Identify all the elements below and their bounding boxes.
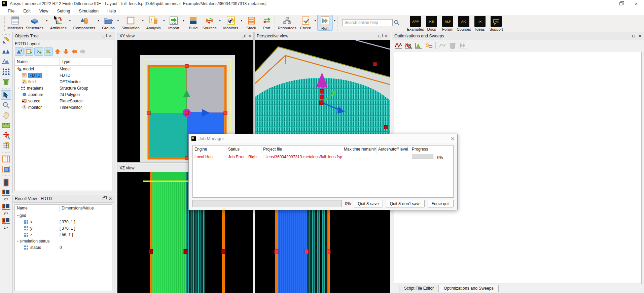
column-type[interactable]: Type [60, 58, 112, 65]
run-button[interactable]: Run [317, 15, 333, 31]
ideas-button[interactable]: IX Ideas [472, 15, 488, 31]
groups-button[interactable]: Groups [101, 15, 116, 30]
zoom-extents-button[interactable] [1, 131, 11, 140]
float-panel-icon[interactable] [103, 35, 105, 37]
mesh-grid-button[interactable] [1, 154, 11, 164]
add-structure-button[interactable] [15, 47, 24, 56]
sources-dropdown[interactable]: ▾ [218, 19, 222, 22]
draw-grid-button[interactable] [1, 141, 11, 150]
close-button[interactable]: ✕ [629, 0, 644, 7]
menu-view[interactable]: View [35, 8, 53, 14]
groups-dropdown[interactable]: ▾ [116, 19, 120, 22]
z-axis-selector[interactable]: z▾ [4, 225, 8, 229]
forum-button[interactable]: ALF Forum [440, 15, 456, 31]
delete-button[interactable] [1, 77, 11, 86]
float-panel-icon[interactable] [242, 35, 245, 37]
move-down-button[interactable] [62, 48, 70, 55]
column-progress[interactable]: Progress [410, 145, 453, 153]
add-analysis-button[interactable] [44, 47, 53, 56]
dialog-close-icon[interactable]: ✕ [451, 136, 455, 141]
close-panel-icon[interactable]: ✕ [638, 34, 642, 38]
float-panel-icon[interactable] [379, 35, 381, 37]
close-panel-icon[interactable]: ✕ [385, 34, 388, 38]
collapse-icon[interactable]: › [15, 239, 20, 243]
float-panel-icon[interactable] [103, 197, 105, 200]
search-button[interactable] [393, 19, 401, 26]
sources-button[interactable]: Sources [201, 15, 218, 30]
job-row-local-host[interactable]: Local Host Job Error - Righ... ...lens/3… [193, 153, 453, 160]
add-s-parameter-button[interactable]: S [425, 42, 433, 49]
attributes-dropdown[interactable]: ▾ [68, 19, 72, 22]
check-dropdown[interactable]: ▾ [313, 19, 317, 22]
close-panel-icon[interactable]: ✕ [248, 34, 251, 38]
result-row-y[interactable]: y [ 370, 1 ] [15, 225, 112, 231]
column-autoshutoff-level[interactable]: Autoshutoff level [377, 145, 410, 153]
structures-button[interactable]: Structures [25, 15, 45, 30]
mirror-button[interactable] [1, 57, 11, 66]
tree-row-source[interactable]: source PlaneSource [15, 98, 112, 104]
check-button[interactable]: Check [298, 15, 313, 30]
edit-sweep-button[interactable] [438, 42, 446, 49]
simulation-dropdown[interactable]: ▾ [141, 19, 145, 22]
quit-and-save-button[interactable]: Quit & save [354, 200, 383, 207]
result-row-grid[interactable]: › grid [15, 212, 112, 219]
column-status[interactable]: Status [226, 145, 261, 153]
search-input[interactable] [342, 19, 393, 26]
column-max-time-remaining[interactable]: Max time remaining [342, 145, 377, 153]
tree-row-metalens[interactable]: › metalens Structure Group [15, 85, 112, 91]
x-normal-view-button[interactable] [1, 188, 11, 197]
import-dropdown[interactable]: ▾ [181, 19, 185, 22]
support-button[interactable]: Support [488, 15, 504, 31]
delete-sweep-button[interactable] [449, 42, 457, 49]
tree-row-aperture[interactable]: aperture 2d Polygon [15, 91, 112, 98]
build-button[interactable]: Build [185, 15, 201, 30]
examples-button[interactable]: APP Examples [407, 15, 424, 31]
menu-help[interactable]: Help [103, 8, 120, 14]
tree-row-fdtd[interactable]: FDTD FDTD [15, 72, 112, 78]
add-optimization-button[interactable] [404, 42, 413, 49]
move-up-button[interactable] [54, 48, 61, 55]
force-quit-button[interactable]: Force quit [428, 200, 454, 207]
column-name[interactable]: Name [15, 58, 60, 65]
components-dropdown[interactable]: ▾ [97, 19, 101, 22]
column-name[interactable]: Name [15, 205, 60, 212]
expand-icon[interactable]: › [17, 86, 20, 91]
tab-script-file-editor[interactable]: Script File Editor [399, 285, 439, 292]
add-yield-analysis-button[interactable] [415, 42, 423, 49]
ruler-button[interactable] [1, 121, 11, 130]
run-sweep-button[interactable] [459, 42, 467, 49]
move-left-button[interactable] [71, 48, 78, 55]
menu-file[interactable]: File [3, 8, 19, 14]
column-engine[interactable]: Engine [193, 145, 226, 153]
monitors-button[interactable]: Monitors [222, 15, 240, 30]
attributes-button[interactable]: Attributes [49, 15, 68, 30]
resources-button[interactable]: Resources [277, 15, 298, 30]
z-normal-view-button[interactable] [1, 216, 11, 226]
simulation-button[interactable]: Simulation [120, 15, 141, 30]
result-row-z[interactable]: z [ 56, 1 ] [15, 231, 112, 238]
column-dimensions-value[interactable]: Dimensions/Value [60, 205, 112, 212]
port-button[interactable]: Port [259, 15, 275, 30]
select-button[interactable] [1, 90, 11, 100]
y-normal-view-button[interactable] [1, 202, 11, 211]
monitors-dropdown[interactable]: ▾ [240, 19, 244, 22]
move-right-button[interactable] [79, 48, 86, 55]
tab-optimizations-and-sweeps[interactable]: Optimizations and Sweeps [439, 285, 499, 292]
mesh-settings-button[interactable] [1, 164, 11, 174]
add-simulation-button[interactable] [25, 47, 33, 56]
pan-button[interactable] [1, 110, 11, 120]
import-button[interactable]: GDS Import [166, 15, 181, 30]
analysis-dropdown[interactable]: ▾ [162, 19, 166, 22]
components-button[interactable]: Components [72, 15, 97, 30]
materials-button[interactable]: Materials [6, 15, 25, 30]
y-axis-selector[interactable]: y▾ [4, 211, 8, 215]
tree-row-field[interactable]: field DFTMonitor [15, 78, 112, 85]
x-axis-selector[interactable]: x▾ [4, 197, 8, 201]
minimize-button[interactable] [598, 0, 613, 7]
result-row-status[interactable]: status 0 [15, 244, 112, 251]
menu-edit[interactable]: Edit [19, 8, 35, 14]
add-sweep-button[interactable] [394, 42, 402, 49]
structures-dropdown[interactable]: ▾ [45, 19, 49, 22]
edit-structure-button[interactable] [1, 36, 11, 46]
layer-view-button[interactable] [1, 178, 11, 187]
